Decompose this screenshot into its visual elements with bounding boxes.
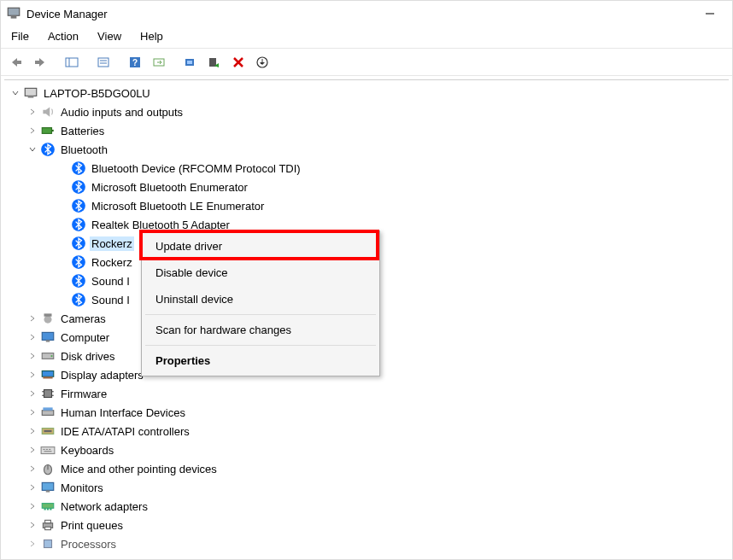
svg-rect-38: [44, 390, 52, 398]
context-menu-uninstall-device[interactable]: Uninstall device: [142, 286, 379, 312]
chevron-right-icon[interactable]: [26, 369, 38, 381]
svg-rect-20: [52, 130, 54, 131]
chevron-right-icon[interactable]: [26, 425, 38, 437]
tree-item-keyboards[interactable]: Keyboards: [4, 440, 729, 459]
context-menu-properties[interactable]: Properties: [142, 347, 379, 374]
menu-separator: [145, 345, 376, 346]
menu-help[interactable]: Help: [138, 28, 165, 44]
tree-item-label: Disk drives: [59, 349, 117, 364]
svg-rect-7: [98, 58, 108, 67]
forward-button[interactable]: [30, 53, 50, 72]
svg-rect-17: [25, 88, 37, 96]
svg-rect-37: [43, 376, 52, 378]
svg-rect-33: [46, 340, 50, 341]
sort-button[interactable]: [252, 53, 273, 72]
device-tree: LAPTOP-B5DGO0LU Audio inputs and outputs…: [4, 79, 729, 554]
tree-item-label: Microsoft Bluetooth Enumerator: [90, 180, 249, 195]
disable-device-button[interactable]: [204, 53, 225, 72]
chevron-down-icon[interactable]: [9, 87, 21, 99]
scan-hardware-button[interactable]: [149, 53, 169, 72]
tree-item-print[interactable]: Print queues: [4, 516, 729, 534]
svg-rect-57: [44, 508, 46, 510]
svg-rect-62: [45, 527, 51, 529]
hid-icon: [40, 405, 56, 420]
tree-item-bt-device[interactable]: Bluetooth Device (RFCOMM Protocol TDI): [4, 159, 729, 178]
chevron-right-icon[interactable]: [26, 331, 38, 343]
svg-rect-55: [46, 490, 50, 492]
bluetooth-icon: [71, 273, 86, 289]
tree-item-ide[interactable]: IDE ATA/ATAPI controllers: [4, 422, 729, 440]
properties-button[interactable]: [93, 53, 114, 72]
tree-root[interactable]: LAPTOP-B5DGO0LU: [4, 84, 729, 102]
svg-text:?: ?: [132, 58, 138, 67]
tree-item-firmware[interactable]: Firmware: [4, 384, 729, 403]
mouse-icon: [40, 461, 56, 476]
minimize-button[interactable]: [693, 3, 727, 24]
chevron-right-icon[interactable]: [26, 388, 38, 400]
computer-icon: [23, 85, 38, 101]
svg-rect-54: [42, 482, 54, 490]
back-button[interactable]: [6, 53, 26, 72]
chevron-right-icon[interactable]: [26, 519, 38, 531]
printer-icon: [40, 517, 56, 533]
context-menu-disable-device[interactable]: Disable device: [142, 260, 379, 286]
chevron-right-icon[interactable]: [26, 312, 38, 324]
tree-item-batteries[interactable]: Batteries: [4, 121, 729, 140]
context-menu: Update driver Disable device Uninstall d…: [141, 230, 380, 376]
chevron-right-icon[interactable]: [26, 500, 38, 512]
tree-item-label: Human Interface Devices: [59, 405, 187, 420]
svg-rect-46: [44, 430, 52, 432]
camera-icon: [40, 311, 56, 326]
tree-item-label: Processors: [59, 537, 118, 551]
chevron-right-icon[interactable]: [26, 463, 38, 475]
svg-rect-56: [42, 504, 54, 509]
tree-item-monitors[interactable]: Monitors: [4, 478, 729, 497]
context-menu-scan[interactable]: Scan for hardware changes: [142, 317, 379, 343]
tree-item-label: Monitors: [59, 481, 105, 495]
bluetooth-icon: [40, 142, 56, 157]
context-menu-update-driver[interactable]: Update driver: [142, 233, 379, 260]
menu-file[interactable]: File: [9, 28, 31, 44]
chevron-right-icon[interactable]: [26, 350, 38, 362]
tree-item-label: Print queues: [59, 518, 125, 533]
svg-point-35: [50, 355, 52, 357]
tree-item-bluetooth[interactable]: Bluetooth: [4, 140, 729, 159]
tree-item-bt-device[interactable]: Microsoft Bluetooth Enumerator: [4, 178, 729, 196]
tree-item-network[interactable]: Network adapters: [4, 497, 729, 516]
tree-item-label: Sound I: [90, 274, 132, 289]
titlebar: Device Manager: [1, 1, 732, 26]
monitor-icon: [40, 480, 56, 495]
chevron-right-icon[interactable]: [26, 106, 38, 118]
chevron-right-icon[interactable]: [26, 538, 38, 550]
tree-item-mice[interactable]: Mice and other pointing devices: [4, 459, 729, 478]
tree-item-processors[interactable]: Processors: [4, 534, 729, 553]
help-button[interactable]: ?: [125, 53, 145, 72]
menubar: File Action View Help: [1, 26, 732, 49]
tree-item-label: Sound I: [90, 293, 132, 307]
tree-item-label: Rockerz: [90, 255, 134, 270]
chevron-right-icon[interactable]: [26, 444, 38, 456]
tree-item-label: Rockerz: [90, 236, 134, 251]
tree-item-label: Microsoft Bluetooth LE Enumerator: [90, 199, 266, 213]
chevron-right-icon[interactable]: [26, 125, 38, 137]
chevron-right-icon[interactable]: [26, 406, 38, 418]
show-hide-console-button[interactable]: [62, 53, 82, 72]
update-driver-button[interactable]: [180, 53, 201, 72]
menu-view[interactable]: View: [96, 28, 123, 44]
tree-item-label: Mice and other pointing devices: [59, 462, 219, 476]
bluetooth-icon: [71, 160, 86, 176]
bluetooth-icon: [71, 292, 86, 307]
svg-rect-63: [44, 540, 52, 548]
chevron-down-icon[interactable]: [26, 143, 38, 155]
tree-item-label: Bluetooth: [59, 143, 109, 157]
uninstall-device-button[interactable]: [228, 53, 249, 72]
speaker-icon: [40, 104, 56, 120]
svg-rect-31: [44, 313, 52, 316]
menu-action[interactable]: Action: [46, 28, 80, 44]
chevron-right-icon[interactable]: [26, 481, 38, 493]
tree-item-audio[interactable]: Audio inputs and outputs: [4, 102, 729, 121]
tree-item-bt-device[interactable]: Microsoft Bluetooth LE Enumerator: [4, 196, 729, 215]
menu-separator: [145, 314, 376, 315]
tree-item-hid[interactable]: Human Interface Devices: [4, 403, 729, 422]
tree-item-label: Realtek Bluetooth 5 Adapter: [90, 218, 232, 232]
